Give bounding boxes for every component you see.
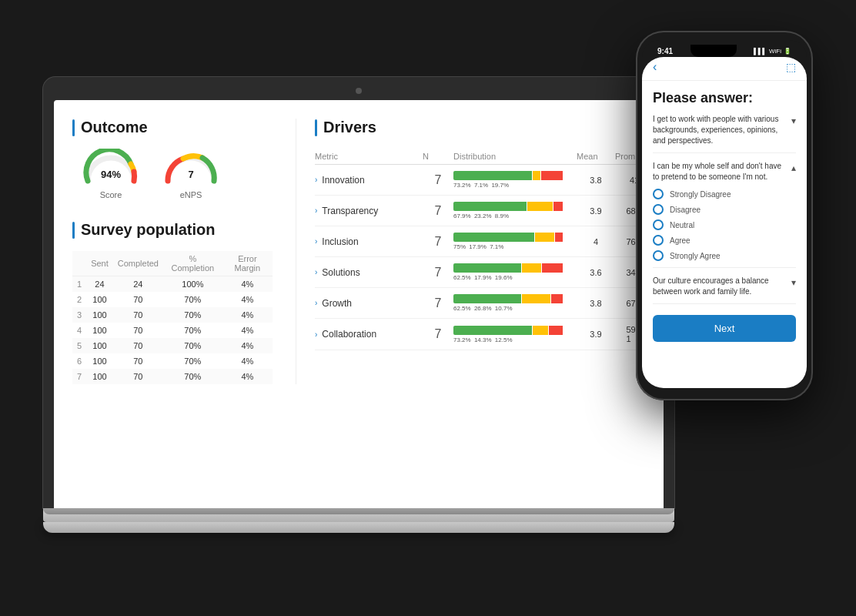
red-label: 8.9% (493, 213, 509, 219)
driver-name[interactable]: › Inclusion (315, 236, 423, 247)
row-sent: 100 (86, 292, 113, 307)
status-time: 9:41 (657, 47, 673, 55)
driver-mean: 3.8 (577, 299, 615, 308)
distribution-cell: 73.2% 14.3% 12.5% (453, 326, 577, 343)
dist-bar (453, 233, 577, 242)
gauges: 94% Score (72, 149, 273, 199)
driver-label: Transparency (322, 206, 378, 216)
row-margin: 4% (222, 276, 273, 293)
red-label: 7.1% (488, 243, 503, 250)
row-sent: 100 (86, 323, 113, 338)
dh-n: N (423, 152, 453, 161)
table-row: 4 100 70 70% 4% (72, 323, 273, 338)
expand-icon-1[interactable]: ▾ (791, 116, 796, 126)
bar-red (553, 202, 563, 211)
score-gauge: 94% Score (80, 149, 142, 199)
row-id: 3 (72, 307, 86, 323)
drivers-section: Drivers Metric N Distribution Mean Promi… (296, 119, 661, 384)
expand-icon-3[interactable]: ▾ (791, 277, 796, 288)
chevron-icon[interactable]: › (315, 268, 317, 276)
radio-circle-3[interactable] (653, 219, 664, 230)
radio-circle-2[interactable] (653, 204, 664, 215)
population-table: Sent Completed % Completion Error Margin… (72, 251, 273, 384)
chevron-icon[interactable]: › (315, 206, 317, 215)
row-margin: 4% (222, 338, 273, 353)
drivers-table-header: Metric N Distribution Mean Prominence (315, 149, 661, 165)
driver-mean: 3.6 (577, 268, 615, 277)
row-completed: 70 (113, 323, 163, 338)
outcome-title: Outcome (72, 119, 273, 136)
dh-mean: Mean (577, 152, 615, 161)
row-margin: 4% (222, 369, 273, 384)
chevron-icon[interactable]: › (315, 330, 317, 339)
col-id (72, 251, 86, 276)
driver-name[interactable]: › Collaboration (315, 329, 423, 340)
collapse-icon-2[interactable]: ▴ (791, 162, 796, 173)
svg-text:7: 7 (188, 169, 193, 180)
row-completion: 100% (163, 276, 222, 293)
bar-yellow (527, 202, 552, 211)
bar-yellow (522, 263, 541, 273)
dist-labels: 73.2% 14.3% 12.5% (453, 336, 577, 343)
row-completion: 70% (163, 307, 222, 323)
option-strongly-disagree[interactable]: Strongly Disagree (653, 189, 796, 199)
phone-nav[interactable]: ‹ ⬚ (642, 57, 807, 81)
exit-icon[interactable]: ⬚ (786, 61, 796, 73)
red-label: 19.7% (490, 182, 509, 189)
driver-name[interactable]: › Growth (315, 298, 423, 309)
radio-label-4: Agree (670, 236, 690, 245)
dist-labels: 67.9% 23.2% 8.9% (453, 213, 577, 219)
radio-circle-5[interactable] (653, 250, 664, 261)
driver-name[interactable]: › Solutions (315, 267, 423, 278)
row-id: 6 (72, 353, 86, 369)
chevron-icon[interactable]: › (315, 237, 317, 246)
chevron-icon[interactable]: › (315, 176, 317, 184)
option-strongly-agree[interactable]: Strongly Agree (653, 250, 796, 261)
chevron-icon[interactable]: › (315, 299, 317, 307)
radio-label-1: Strongly Disagree (670, 190, 731, 199)
option-agree[interactable]: Agree (653, 235, 796, 246)
yellow-label: 14.3% (473, 336, 492, 343)
laptop-camera (356, 88, 362, 94)
dist-bar (453, 326, 577, 335)
bar-yellow (535, 233, 554, 242)
enps-gauge-svg: 7 (160, 149, 222, 187)
option-disagree[interactable]: Disagree (653, 204, 796, 215)
driver-mean: 3.9 (577, 330, 615, 339)
green-label: 62.5% (453, 305, 471, 312)
driver-mean: 4 (577, 237, 615, 246)
radio-circle-1[interactable] (653, 189, 664, 199)
driver-name[interactable]: › Transparency (315, 206, 423, 216)
phone-notch-center (690, 45, 737, 57)
driver-name[interactable]: › Innovation (315, 175, 423, 186)
radio-circle-4[interactable] (653, 235, 664, 246)
row-completion: 70% (163, 292, 222, 307)
bar-yellow (522, 294, 551, 303)
drivers-title-bar (315, 119, 317, 136)
row-id: 7 (72, 369, 86, 384)
row-completed: 70 (113, 353, 163, 369)
bar-red (541, 171, 563, 180)
back-icon[interactable]: ‹ (653, 60, 657, 74)
bar-green (453, 171, 532, 180)
laptop-hinge (43, 508, 674, 514)
yellow-label: 26.8% (473, 305, 492, 312)
option-neutral[interactable]: Neutral (653, 219, 796, 230)
distribution-cell: 62.5% 26.8% 10.7% (453, 294, 577, 312)
svg-text:94%: 94% (101, 169, 121, 180)
row-id: 2 (72, 292, 86, 307)
radio-options: Strongly Disagree Disagree Neutral (653, 189, 796, 261)
green-label: 67.9% (453, 213, 471, 219)
bar-green (453, 326, 532, 335)
yellow-label: 23.2% (473, 213, 492, 219)
dist-bar (453, 171, 577, 180)
phone-status-bar: 9:41 ▌▌▌ WiFi 🔋 (642, 40, 807, 57)
bar-yellow (533, 171, 540, 180)
distribution-cell: 75% 17.9% 7.1% (453, 233, 577, 250)
phone-content: Please answer: I get to work with people… (642, 81, 807, 388)
green-label: 62.5% (453, 274, 471, 281)
next-button[interactable]: Next (653, 315, 796, 342)
green-label: 73.2% (453, 336, 471, 343)
outcome-title-text: Outcome (81, 119, 148, 136)
table-row: 7 100 70 70% 4% (72, 369, 273, 384)
